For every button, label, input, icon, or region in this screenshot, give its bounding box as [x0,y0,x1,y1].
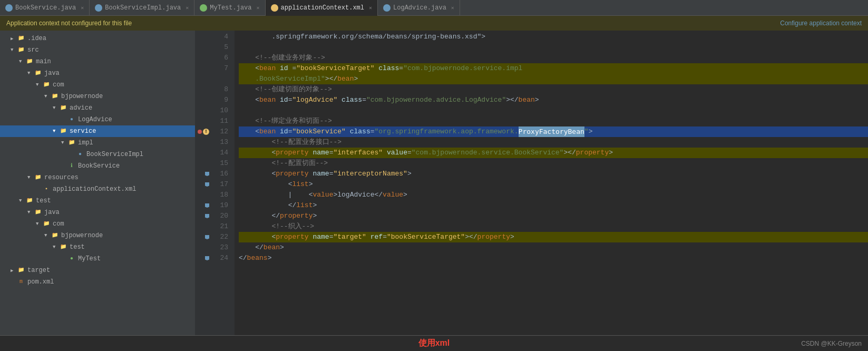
tab-close-logadvice[interactable]: ✕ [451,5,454,11]
code-text: "bookService" [292,126,345,137]
code-text: < [288,179,292,190]
code-text: ref [370,232,383,242]
main-layout: ▶ 📁 .idea ▼ 📁 src ▼ 📁 main ▼ 📁 java [0,31,868,335]
code-text: > [510,232,514,242]
code-text: < [239,169,276,179]
line-num-10: 10 [211,105,230,116]
gutter-row-17 [195,179,211,190]
folder-icon: 📁 [67,139,76,147]
bookmark-icon [205,172,209,176]
sidebar-item-test-bjpowernode[interactable]: ▼ 📁 bjpowernode [0,230,195,241]
sidebar-item-logadvice[interactable]: ● LogAdvice [0,114,195,125]
code-line-9: <bean id="logAdvice" class="com.bjpowern… [239,95,868,105]
sidebar-item-appcontext[interactable]: ▪ applicationContext.xml [0,183,195,195]
sidebar-item-com[interactable]: ▼ 📁 com [0,79,195,91]
code-text: <!--配置切面--> [239,158,328,169]
sidebar-item-mytest[interactable]: ● MyTest [0,253,195,265]
code-text: property [576,148,609,158]
tab-appcontext[interactable]: applicationContext.xml ✕ [266,0,378,16]
breakpoint-icon [198,130,202,134]
code-line-10 [239,105,868,116]
sidebar-item-label: BookService [78,162,120,170]
gutter-row-9 [195,95,211,105]
code-text: ProxyFactoryBean [519,126,584,137]
warning-bar: Application context not configured for t… [0,16,868,31]
line-num-11: 11 [211,116,230,126]
sidebar-item-src[interactable]: ▼ 📁 src [0,44,195,56]
code-text: = [329,232,334,242]
tab-mytest[interactable]: MyTest.java ✕ [194,0,265,16]
code-text: bean [337,74,354,84]
line-num-7b [211,74,230,84]
code-text [375,63,379,74]
sidebar-item-label: BookServiceImpl [86,151,143,158]
sidebar-item-impl[interactable]: ▼ 📁 impl [0,137,195,149]
sidebar: ▶ 📁 .idea ▼ 📁 src ▼ 📁 main ▼ 📁 java [0,31,195,335]
code-text [309,232,313,242]
sidebar-item-target[interactable]: ▶ 📁 target [0,265,195,276]
code-text: < [239,232,276,242]
chevron-down-icon: ▼ [36,221,42,227]
tab-close-mytest[interactable]: ✕ [257,5,260,11]
sidebar-item-pomxml[interactable]: m pom.xml [0,276,195,288]
gutter-row-19 [195,200,211,211]
gutter-row-11 [195,116,211,126]
chevron-down-icon: ▼ [27,71,34,76]
code-text: "bookServiceTarget" [296,63,374,74]
sidebar-item-bookservice[interactable]: ℹ BookService [0,160,195,172]
code-line-11: <!--绑定业务和切面--> [239,116,868,126]
code-text: property [477,232,510,242]
test-icon [200,4,207,12]
code-text: property [276,232,308,242]
sidebar-item-main[interactable]: ▼ 📁 main [0,56,195,67]
folder-icon: 📁 [25,57,34,66]
code-editor[interactable]: ! [195,31,868,335]
sidebar-item-test[interactable]: ▼ 📁 test [0,195,195,207]
sidebar-item-test-test[interactable]: ▼ 📁 test [0,241,195,253]
sidebar-item-resources[interactable]: ▼ 📁 resources [0,172,195,183]
code-line-5 [239,42,868,53]
sidebar-item-test-com[interactable]: ▼ 📁 com [0,218,195,230]
sidebar-item-test-java[interactable]: ▼ 📁 java [0,207,195,218]
code-text: </ [374,190,383,200]
sidebar-item-service[interactable]: ▼ 📁 service [0,125,195,137]
gutter-row-14 [195,148,211,158]
gutter-row-13 [195,137,211,148]
code-text: bean [259,63,276,74]
code-text: "bookServiceTarget" [387,232,465,242]
line-num-7a: 7 [211,63,230,74]
code-text: class [350,126,370,137]
gutter-row-20 [195,211,211,221]
line-num-14: 14 [211,148,230,158]
line-num-4: 4 [211,32,230,42]
bottom-credit: CSDN @KK-Greyson [801,340,862,347]
code-text [366,232,370,242]
tab-logadvice[interactable]: LogAdvice.java ✕ [378,0,460,16]
tab-close-bookserviceimpl[interactable]: ✕ [186,5,189,11]
line-num-23: 23 [211,242,230,253]
code-text: > [403,190,407,200]
sidebar-item-bjpowernode[interactable]: ▼ 📁 bjpowernode [0,91,195,102]
sidebar-item-label: impl [78,139,93,147]
code-text: ></ [563,148,576,158]
code-text: = [383,232,387,242]
tab-bookservice[interactable]: BookService.java ✕ [0,0,90,16]
tab-close-bookservice[interactable]: ✕ [81,5,84,11]
code-text: = [362,95,366,105]
tab-bookserviceimpl[interactable]: BookServiceImpl.java ✕ [90,0,194,16]
tab-label: LogAdvice.java [393,4,446,12]
warning-text: Application context not configured for t… [6,19,132,27]
folder-icon: 📁 [34,173,42,182]
sidebar-item-idea[interactable]: ▶ 📁 .idea [0,33,195,44]
sidebar-item-bookserviceimpl[interactable]: ● BookServiceImpl [0,149,195,160]
code-text: property [276,148,308,158]
sidebar-item-label: resources [44,174,79,181]
sidebar-item-advice[interactable]: ▼ 📁 advice [0,102,195,114]
configure-link[interactable]: Configure application context [780,19,862,27]
chevron-down-icon: ▼ [53,129,59,134]
tab-close-appcontext[interactable]: ✕ [369,5,372,11]
sidebar-item-java[interactable]: ▼ 📁 java [0,67,195,79]
code-text [276,63,280,74]
code-text: = [288,95,292,105]
folder-icon: 📁 [17,46,25,54]
